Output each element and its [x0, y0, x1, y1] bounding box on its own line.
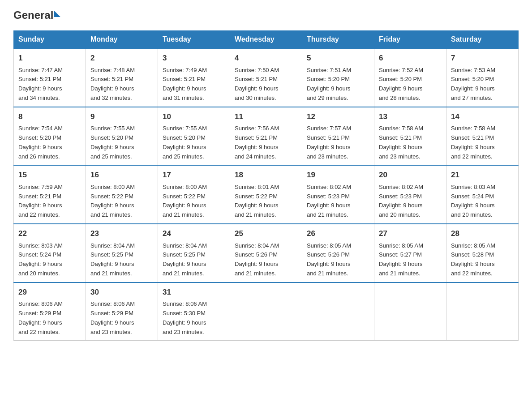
logo: General [13, 9, 60, 21]
day-number: 2 [90, 52, 153, 64]
calendar-cell: 1 Sunrise: 7:47 AMSunset: 5:21 PMDayligh… [14, 48, 86, 107]
column-header-wednesday: Wednesday [230, 31, 302, 49]
day-info: Sunrise: 8:01 AMSunset: 5:22 PMDaylight:… [235, 184, 279, 218]
calendar-week-2: 8 Sunrise: 7:54 AMSunset: 5:20 PMDayligh… [14, 107, 519, 166]
day-number: 13 [379, 111, 442, 123]
day-info: Sunrise: 7:48 AMSunset: 5:21 PMDaylight:… [90, 67, 135, 101]
calendar-cell: 5 Sunrise: 7:51 AMSunset: 5:20 PMDayligh… [302, 48, 374, 107]
calendar-cell: 20 Sunrise: 8:02 AMSunset: 5:23 PMDaylig… [374, 165, 446, 224]
calendar-cell: 13 Sunrise: 7:58 AMSunset: 5:21 PMDaylig… [374, 107, 446, 166]
day-info: Sunrise: 8:04 AMSunset: 5:25 PMDaylight:… [163, 242, 207, 277]
calendar-cell: 30 Sunrise: 8:06 AMSunset: 5:29 PMDaylig… [86, 283, 158, 341]
calendar-week-3: 15 Sunrise: 7:59 AMSunset: 5:21 PMDaylig… [14, 165, 519, 224]
calendar-cell: 26 Sunrise: 8:05 AMSunset: 5:26 PMDaylig… [302, 224, 374, 283]
day-info: Sunrise: 8:00 AMSunset: 5:22 PMDaylight:… [90, 184, 135, 218]
day-info: Sunrise: 7:51 AMSunset: 5:20 PMDaylight:… [307, 67, 351, 101]
day-info: Sunrise: 8:04 AMSunset: 5:26 PMDaylight:… [235, 242, 279, 277]
calendar-week-1: 1 Sunrise: 7:47 AMSunset: 5:21 PMDayligh… [14, 48, 519, 107]
day-number: 20 [379, 169, 442, 181]
day-info: Sunrise: 8:02 AMSunset: 5:23 PMDaylight:… [379, 184, 423, 218]
calendar-cell: 14 Sunrise: 7:58 AMSunset: 5:21 PMDaylig… [446, 107, 519, 166]
day-number: 21 [451, 169, 514, 181]
calendar-cell [302, 283, 374, 341]
calendar-cell: 17 Sunrise: 8:00 AMSunset: 5:22 PMDaylig… [158, 165, 230, 224]
calendar-cell: 19 Sunrise: 8:02 AMSunset: 5:23 PMDaylig… [302, 165, 374, 224]
day-number: 1 [18, 52, 81, 64]
day-info: Sunrise: 8:03 AMSunset: 5:24 PMDaylight:… [451, 184, 495, 218]
calendar-cell [446, 283, 519, 341]
calendar-cell [230, 283, 302, 341]
day-info: Sunrise: 7:53 AMSunset: 5:20 PMDaylight:… [451, 67, 495, 101]
day-number: 17 [163, 169, 225, 181]
logo-general-text: General [13, 9, 53, 21]
day-info: Sunrise: 8:05 AMSunset: 5:28 PMDaylight:… [451, 242, 495, 277]
day-number: 9 [90, 111, 153, 123]
day-number: 4 [235, 52, 297, 64]
calendar-header-row: SundayMondayTuesdayWednesdayThursdayFrid… [14, 31, 519, 49]
day-number: 26 [307, 228, 369, 240]
column-header-tuesday: Tuesday [158, 31, 230, 49]
day-info: Sunrise: 7:52 AMSunset: 5:20 PMDaylight:… [379, 67, 423, 101]
calendar-cell: 24 Sunrise: 8:04 AMSunset: 5:25 PMDaylig… [158, 224, 230, 283]
day-number: 24 [163, 228, 225, 240]
day-number: 18 [235, 169, 297, 181]
calendar-cell: 31 Sunrise: 8:06 AMSunset: 5:30 PMDaylig… [158, 283, 230, 341]
day-number: 8 [18, 111, 81, 123]
calendar-cell: 21 Sunrise: 8:03 AMSunset: 5:24 PMDaylig… [446, 165, 519, 224]
calendar-cell: 11 Sunrise: 7:56 AMSunset: 5:21 PMDaylig… [230, 107, 302, 166]
calendar-cell: 2 Sunrise: 7:48 AMSunset: 5:21 PMDayligh… [86, 48, 158, 107]
calendar-table: SundayMondayTuesdayWednesdayThursdayFrid… [13, 30, 519, 341]
day-number: 31 [163, 287, 225, 298]
calendar-cell: 16 Sunrise: 8:00 AMSunset: 5:22 PMDaylig… [86, 165, 158, 224]
calendar-cell: 6 Sunrise: 7:52 AMSunset: 5:20 PMDayligh… [374, 48, 446, 107]
calendar-cell: 10 Sunrise: 7:55 AMSunset: 5:20 PMDaylig… [158, 107, 230, 166]
day-info: Sunrise: 8:06 AMSunset: 5:29 PMDaylight:… [18, 300, 63, 335]
day-number: 11 [235, 111, 297, 123]
calendar-cell: 23 Sunrise: 8:04 AMSunset: 5:25 PMDaylig… [86, 224, 158, 283]
day-number: 15 [18, 169, 81, 181]
calendar-week-5: 29 Sunrise: 8:06 AMSunset: 5:29 PMDaylig… [14, 283, 519, 341]
calendar-week-4: 22 Sunrise: 8:03 AMSunset: 5:24 PMDaylig… [14, 224, 519, 283]
calendar-cell: 27 Sunrise: 8:05 AMSunset: 5:27 PMDaylig… [374, 224, 446, 283]
day-number: 19 [307, 169, 369, 181]
calendar-cell: 28 Sunrise: 8:05 AMSunset: 5:28 PMDaylig… [446, 224, 519, 283]
column-header-monday: Monday [86, 31, 158, 49]
calendar-cell: 12 Sunrise: 7:57 AMSunset: 5:21 PMDaylig… [302, 107, 374, 166]
calendar-cell: 29 Sunrise: 8:06 AMSunset: 5:29 PMDaylig… [14, 283, 86, 341]
calendar-cell [374, 283, 446, 341]
day-number: 16 [90, 169, 153, 181]
day-info: Sunrise: 7:56 AMSunset: 5:21 PMDaylight:… [235, 125, 279, 159]
day-info: Sunrise: 8:06 AMSunset: 5:29 PMDaylight:… [90, 300, 135, 335]
day-number: 12 [307, 111, 369, 123]
day-info: Sunrise: 7:58 AMSunset: 5:21 PMDaylight:… [379, 125, 423, 159]
day-number: 29 [18, 287, 81, 298]
page-header: General [13, 9, 519, 21]
day-info: Sunrise: 7:49 AMSunset: 5:21 PMDaylight:… [163, 67, 207, 101]
day-info: Sunrise: 8:05 AMSunset: 5:27 PMDaylight:… [379, 242, 423, 277]
day-number: 27 [379, 228, 442, 240]
day-info: Sunrise: 7:50 AMSunset: 5:21 PMDaylight:… [235, 67, 279, 101]
day-number: 10 [163, 111, 225, 123]
day-info: Sunrise: 7:47 AMSunset: 5:21 PMDaylight:… [18, 67, 63, 101]
calendar-cell: 18 Sunrise: 8:01 AMSunset: 5:22 PMDaylig… [230, 165, 302, 224]
day-number: 5 [307, 52, 369, 64]
calendar-cell: 8 Sunrise: 7:54 AMSunset: 5:20 PMDayligh… [14, 107, 86, 166]
calendar-cell: 9 Sunrise: 7:55 AMSunset: 5:20 PMDayligh… [86, 107, 158, 166]
day-info: Sunrise: 8:05 AMSunset: 5:26 PMDaylight:… [307, 242, 351, 277]
calendar-cell: 15 Sunrise: 7:59 AMSunset: 5:21 PMDaylig… [14, 165, 86, 224]
day-number: 28 [451, 228, 514, 240]
calendar-cell: 7 Sunrise: 7:53 AMSunset: 5:20 PMDayligh… [446, 48, 519, 107]
logo-triangle-icon [54, 11, 60, 17]
day-number: 6 [379, 52, 442, 64]
column-header-sunday: Sunday [14, 31, 86, 49]
day-info: Sunrise: 8:06 AMSunset: 5:30 PMDaylight:… [163, 300, 207, 335]
day-info: Sunrise: 7:54 AMSunset: 5:20 PMDaylight:… [18, 125, 63, 159]
day-number: 25 [235, 228, 297, 240]
day-number: 30 [90, 287, 153, 298]
day-number: 22 [18, 228, 81, 240]
day-number: 7 [451, 52, 514, 64]
day-info: Sunrise: 8:02 AMSunset: 5:23 PMDaylight:… [307, 184, 351, 218]
day-info: Sunrise: 8:03 AMSunset: 5:24 PMDaylight:… [18, 242, 63, 277]
calendar-cell: 4 Sunrise: 7:50 AMSunset: 5:21 PMDayligh… [230, 48, 302, 107]
day-number: 3 [163, 52, 225, 64]
